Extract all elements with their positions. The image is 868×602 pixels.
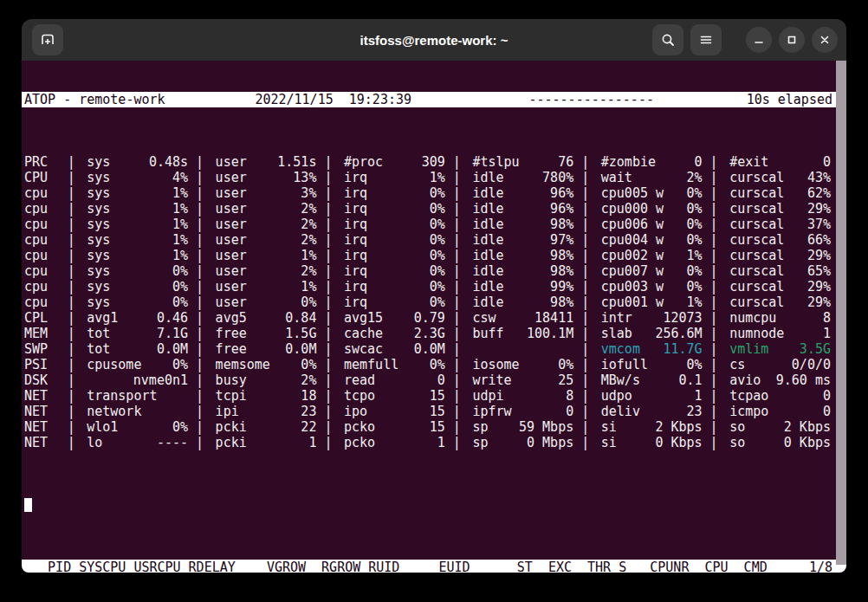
- stat-key: icmpo: [729, 404, 768, 419]
- separator: |: [581, 435, 589, 450]
- stat-key: #exit: [729, 154, 768, 170]
- stat-key: avg5: [216, 310, 247, 326]
- stat-key: transport: [87, 388, 157, 404]
- stat-key: si: [601, 435, 617, 450]
- stat-value: 1%: [172, 232, 188, 248]
- search-button[interactable]: [652, 24, 683, 55]
- stat-value: 1: [695, 388, 703, 404]
- stat-key: vmlim: [729, 341, 768, 357]
- stat-value: 2 Kbps: [784, 419, 831, 435]
- stat-value: ----: [157, 435, 188, 450]
- stat-value: 2.3G: [414, 326, 445, 341]
- stat-cell: |user2%: [196, 232, 324, 248]
- separator: |: [710, 419, 718, 435]
- separator: |: [581, 295, 589, 310]
- separator: |: [710, 185, 718, 201]
- separator: |: [68, 404, 75, 419]
- separator: |: [196, 435, 204, 450]
- stat-value: 256.6M: [655, 326, 702, 341]
- stat-value: 0%: [301, 295, 316, 310]
- page-indicator: 1/8: [809, 560, 832, 573]
- stat-cell: |sys1%: [68, 185, 196, 201]
- stat-cell: |tcpi18: [196, 388, 324, 404]
- stat-key: user: [216, 154, 247, 170]
- stat-cell: |wlo10%: [68, 419, 196, 435]
- stat-value: 0%: [430, 279, 445, 295]
- stat-value: 0%: [430, 263, 445, 279]
- stat-key: user: [216, 248, 247, 263]
- stat-key: udpi: [472, 388, 503, 404]
- separator: |: [68, 201, 75, 217]
- close-button[interactable]: [812, 27, 838, 53]
- maximize-button[interactable]: [779, 27, 805, 53]
- stat-key: udpo: [601, 388, 632, 404]
- stat-label: NET: [24, 419, 68, 435]
- stat-value: 43%: [807, 170, 831, 185]
- stat-key: #tslpu: [472, 154, 519, 170]
- stat-cell: |tot0.0M: [68, 341, 196, 357]
- stat-cell: |udpo1: [581, 388, 709, 404]
- column-header-syscpu: SYSCPU: [71, 560, 126, 573]
- stat-cell: |cpu001 w1%: [581, 295, 709, 310]
- stat-value: 98%: [550, 248, 573, 263]
- stat-key: user: [216, 295, 247, 310]
- stat-key: user: [216, 201, 247, 217]
- separator: |: [324, 326, 332, 341]
- stat-key: curscal: [729, 263, 784, 279]
- stat-cell: |sys0.48s: [68, 154, 196, 170]
- separator: |: [710, 263, 718, 279]
- stat-cell: |avio9.60 ms: [710, 372, 839, 388]
- stat-cell: |write25: [453, 372, 581, 388]
- separator: |: [196, 357, 204, 372]
- menu-button[interactable]: [690, 24, 722, 55]
- stat-key: numcpu: [729, 310, 776, 326]
- stat-key: wlo1: [87, 419, 118, 435]
- stat-key: numnode: [729, 326, 784, 341]
- stat-cell: |user1%: [196, 279, 324, 295]
- column-header-rgrow: RGROW: [306, 560, 360, 573]
- stat-key: swcac: [344, 341, 383, 357]
- stat-key: curscal: [729, 295, 784, 310]
- stat-cell: |icmpo0: [710, 404, 839, 419]
- separator: |: [324, 232, 332, 248]
- stat-value: 0%: [172, 357, 188, 372]
- stat-line: CPL|avg10.46|avg50.84|avg150.79|csw18411…: [22, 310, 846, 326]
- stat-value: 98%: [550, 263, 573, 279]
- stat-cell: |idle98%: [453, 295, 581, 310]
- stat-cell: |numcpu8: [710, 310, 839, 326]
- stat-key: curscal: [729, 201, 784, 217]
- stat-cell: |cpu004 w0%: [581, 232, 709, 248]
- stat-line: NET|network|ipi23|ipo15|ipfrw0|deliv23|i…: [22, 404, 846, 419]
- stat-key: avg1: [87, 310, 118, 326]
- search-icon: [660, 32, 676, 48]
- stat-cell: |irq0%: [324, 295, 452, 310]
- terminal-screen[interactable]: ATOP - remote-work2022/11/15 19:23:39---…: [22, 61, 846, 573]
- column-header-cpunr: CPUNR: [642, 560, 689, 573]
- separator: |: [710, 201, 718, 217]
- separator: |: [68, 217, 75, 232]
- stat-cell: |transport: [68, 388, 196, 404]
- separator: |: [581, 419, 589, 435]
- stat-label: CPU: [24, 170, 68, 185]
- stat-key: irq: [344, 248, 367, 263]
- stat-key: avio: [729, 372, 761, 388]
- terminal-scrollbar[interactable]: [836, 61, 846, 565]
- stat-value: 0: [695, 154, 703, 170]
- minimize-button[interactable]: [746, 27, 772, 53]
- separator: |: [324, 310, 332, 326]
- new-tab-button[interactable]: [32, 24, 63, 55]
- stat-key: ipi: [216, 404, 239, 419]
- stat-value: 76: [558, 154, 573, 170]
- stat-cell: |sp0 Mbps: [453, 435, 581, 450]
- stat-value: 0%: [687, 279, 703, 295]
- stat-cell: |cs0/0/0: [710, 357, 839, 372]
- titlebar[interactable]: itsfoss@remote-work: ~: [22, 19, 846, 61]
- stat-cell: |curscal29%: [710, 279, 839, 295]
- separator: |: [324, 341, 332, 357]
- stat-line: cpu|sys1%|user1%|irq0%|idle98%|cpu002 w1…: [22, 248, 846, 263]
- stat-cell: |vmcom11.7G: [581, 341, 709, 357]
- stat-cell: |so0 Kbps: [710, 435, 839, 450]
- terminal-cursor: [24, 498, 32, 512]
- stat-cell: |cpu003 w0%: [581, 279, 709, 295]
- stat-value: 1%: [430, 170, 445, 185]
